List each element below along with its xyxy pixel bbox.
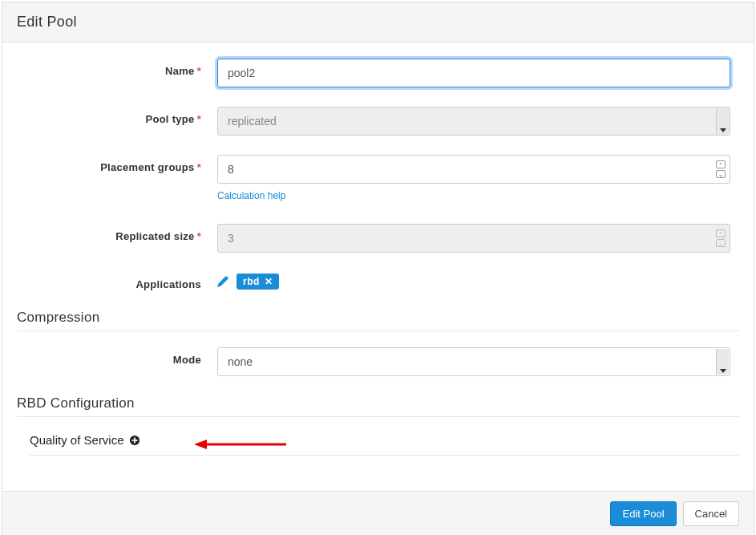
required-asterisk: * — [197, 161, 201, 173]
spinner-down-icon[interactable]: ⌄ — [716, 170, 726, 178]
row-applications: Applications rbd ✕ — [17, 272, 739, 290]
compression-title: Compression — [17, 310, 739, 326]
calculation-help-link[interactable]: Calculation help — [217, 190, 285, 201]
mode-select[interactable]: none — [217, 347, 730, 376]
label-mode: Mode — [17, 347, 217, 366]
number-spinner[interactable]: ⌃ ⌄ — [716, 160, 726, 178]
row-compression-mode: Mode none — [17, 347, 739, 376]
row-name: Name* — [17, 59, 739, 87]
pool-type-select[interactable] — [217, 107, 730, 136]
tag-label: rbd — [243, 276, 260, 287]
number-spinner-disabled: ⌃ ⌄ — [716, 229, 726, 247]
spinner-up-icon[interactable]: ⌃ — [716, 160, 726, 168]
row-placement-groups: Placement groups* ⌃ ⌄ — [17, 155, 739, 184]
plus-circle-icon — [129, 435, 140, 446]
svg-rect-2 — [131, 440, 137, 441]
cancel-button[interactable]: Cancel — [683, 501, 739, 526]
qos-section: Quality of Service — [30, 433, 739, 456]
qos-label: Quality of Service — [30, 433, 124, 447]
row-pool-type: Pool type* — [17, 107, 739, 136]
label-pool-type: Pool type* — [17, 107, 217, 125]
edit-pool-button[interactable]: Edit Pool — [610, 501, 676, 526]
row-replicated-size: Replicated size* ⌃ ⌄ — [17, 224, 739, 253]
divider — [17, 330, 739, 331]
label-replicated-size: Replicated size* — [17, 224, 217, 242]
divider — [17, 416, 739, 417]
replicated-size-input[interactable] — [217, 224, 730, 253]
application-tag: rbd ✕ — [237, 274, 279, 290]
required-asterisk: * — [197, 113, 201, 125]
spinner-up-icon: ⌃ — [716, 229, 726, 237]
panel-body: Name* Pool type* Placement groups* — [2, 43, 754, 491]
placement-groups-input[interactable] — [217, 155, 730, 184]
required-asterisk: * — [197, 230, 201, 242]
required-asterisk: * — [197, 65, 201, 77]
panel-header: Edit Pool — [2, 2, 754, 43]
spinner-down-icon: ⌄ — [716, 239, 726, 247]
row-pg-help: Calculation help — [17, 188, 739, 201]
label-applications: Applications — [17, 272, 217, 290]
name-input[interactable] — [217, 59, 730, 87]
panel-footer: Edit Pool Cancel — [2, 491, 754, 535]
pencil-icon[interactable] — [217, 276, 228, 287]
panel-title: Edit Pool — [17, 14, 739, 30]
label-placement-groups: Placement groups* — [17, 155, 217, 173]
edit-pool-panel: Edit Pool Name* Pool type* — [2, 2, 754, 535]
label-name: Name* — [17, 59, 217, 77]
remove-tag-icon[interactable]: ✕ — [265, 276, 273, 287]
qos-toggle[interactable]: Quality of Service — [30, 433, 739, 456]
rbd-config-title: RBD Configuration — [17, 395, 739, 411]
